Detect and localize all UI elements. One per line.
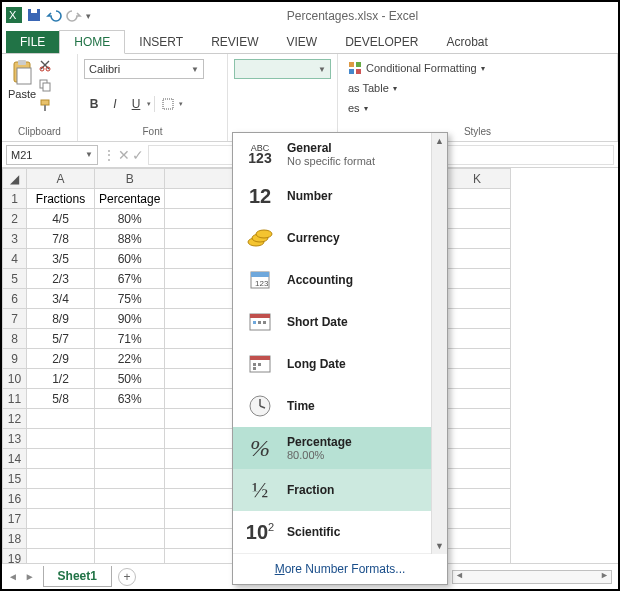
row-header[interactable]: 5 [3,269,27,289]
cell[interactable]: 67% [95,269,165,289]
row-header[interactable]: 17 [3,509,27,529]
select-all-corner[interactable]: ◢ [3,169,27,189]
row-header[interactable]: 8 [3,329,27,349]
row-header[interactable]: 19 [3,549,27,564]
row-header[interactable]: 1 [3,189,27,209]
cell-styles-button[interactable]: es▾ [344,98,611,118]
row-header[interactable]: 6 [3,289,27,309]
row-header[interactable]: 13 [3,429,27,449]
cell[interactable]: 60% [95,249,165,269]
add-sheet-button[interactable]: + [118,568,136,586]
more-number-formats-link[interactable]: More Number Formats... [233,553,447,584]
row-header[interactable]: 11 [3,389,27,409]
cell[interactable]: 8/9 [27,309,95,329]
undo-icon[interactable] [46,7,62,26]
border-button[interactable] [158,94,178,114]
sheet-nav-icons[interactable]: ◄ ► [8,571,37,582]
format-option-short-date[interactable]: Short Date [233,301,447,343]
row-header[interactable]: 4 [3,249,27,269]
tab-insert[interactable]: INSERT [125,31,197,53]
scroll-down-icon[interactable]: ▼ [432,538,447,554]
format-option-long-date[interactable]: Long Date [233,343,447,385]
vertical-handle-icon[interactable]: ⋮ [102,147,116,163]
ribbon: Paste Clipboard Calibri ▼ B I U ▾ ▾ Fo [2,54,618,142]
cut-icon[interactable] [38,58,52,75]
horizontal-scrollbar[interactable] [452,570,612,584]
format-painter-icon[interactable] [38,98,52,115]
tab-view[interactable]: VIEW [272,31,331,53]
currency-icon [243,223,277,253]
name-box[interactable]: M21 ▼ [6,145,98,165]
cell[interactable]: 1/2 [27,369,95,389]
percentage-icon: % [243,433,277,463]
cell[interactable]: 50% [95,369,165,389]
format-option-time[interactable]: Time [233,385,447,427]
cell[interactable]: 90% [95,309,165,329]
tab-home[interactable]: HOME [59,30,125,54]
cell[interactable]: Fractions [27,189,95,209]
format-option-currency[interactable]: Currency [233,217,447,259]
clipboard-group-label: Clipboard [8,124,71,139]
cell[interactable]: 5/8 [27,389,95,409]
redo-icon[interactable] [66,7,82,26]
row-header[interactable]: 2 [3,209,27,229]
cell[interactable]: 3/5 [27,249,95,269]
cell[interactable]: 63% [95,389,165,409]
format-option-scientific[interactable]: 102 Scientific [233,511,447,553]
cell[interactable]: 5/7 [27,329,95,349]
underline-button[interactable]: U [126,94,146,114]
cell[interactable]: 4/5 [27,209,95,229]
italic-button[interactable]: I [105,94,125,114]
row-header[interactable]: 10 [3,369,27,389]
row-header[interactable]: 18 [3,529,27,549]
bold-button[interactable]: B [84,94,104,114]
copy-icon[interactable] [38,78,52,95]
sheet-tab-active[interactable]: Sheet1 [43,566,112,587]
number-format-combo[interactable]: ▼ [234,59,331,79]
format-option-general[interactable]: ABC123 GeneralNo specific format [233,133,447,175]
cell[interactable]: 75% [95,289,165,309]
cell[interactable]: 2/9 [27,349,95,369]
tab-acrobat[interactable]: Acrobat [433,31,502,53]
row-header[interactable]: 15 [3,469,27,489]
svg-text:123: 123 [255,279,269,288]
cell[interactable]: Percentage [95,189,165,209]
cell[interactable]: 7/8 [27,229,95,249]
col-header-k[interactable]: K [443,169,511,189]
row-header[interactable]: 16 [3,489,27,509]
cell[interactable]: 22% [95,349,165,369]
cell[interactable]: 88% [95,229,165,249]
enter-icon[interactable]: ✓ [132,147,144,163]
conditional-formatting-button[interactable]: Conditional Formatting▾ [344,58,611,78]
tab-file[interactable]: FILE [6,31,59,53]
scroll-up-icon[interactable]: ▲ [432,133,447,149]
cancel-icon[interactable]: ✕ [118,147,130,163]
cell[interactable]: 80% [95,209,165,229]
col-header-b[interactable]: B [95,169,165,189]
chevron-down-icon: ▼ [85,150,93,159]
cell[interactable]: 3/4 [27,289,95,309]
save-icon[interactable] [26,7,42,26]
format-as-table-button[interactable]: as Table▾ [344,78,611,98]
row-header[interactable]: 12 [3,409,27,429]
tab-review[interactable]: REVIEW [197,31,272,53]
format-option-percentage[interactable]: % Percentage80.00% [233,427,447,469]
row-header[interactable]: 14 [3,449,27,469]
cell[interactable]: 2/3 [27,269,95,289]
row-header[interactable]: 7 [3,309,27,329]
format-option-accounting[interactable]: 123 Accounting [233,259,447,301]
format-option-fraction[interactable]: ½ Fraction [233,469,447,511]
svg-rect-16 [349,69,354,74]
cell[interactable]: 71% [95,329,165,349]
svg-rect-10 [43,83,50,91]
fraction-icon: ½ [243,475,277,505]
row-header[interactable]: 9 [3,349,27,369]
paste-button[interactable]: Paste [8,56,36,100]
col-header-a[interactable]: A [27,169,95,189]
row-header[interactable]: 3 [3,229,27,249]
tab-developer[interactable]: DEVELOPER [331,31,432,53]
font-name-combo[interactable]: Calibri ▼ [84,59,204,79]
popup-scrollbar[interactable]: ▲ ▼ [431,133,447,554]
svg-rect-32 [258,363,261,366]
format-option-number[interactable]: 12 Number [233,175,447,217]
